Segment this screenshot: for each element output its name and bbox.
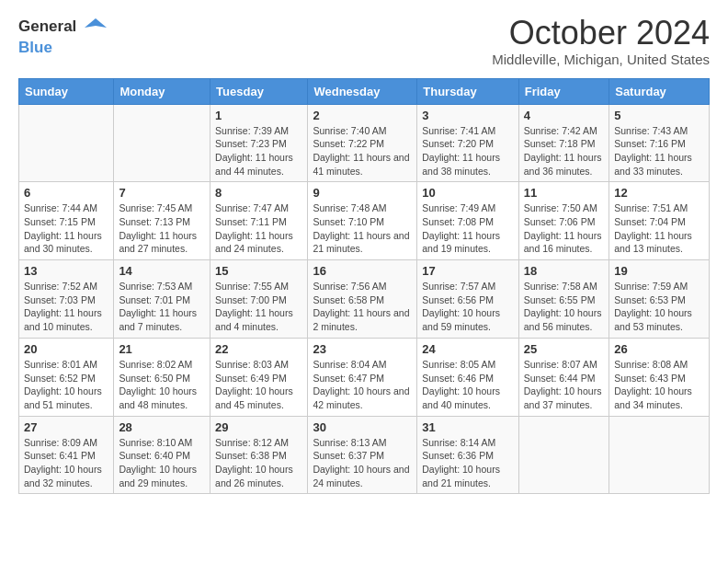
- calendar-cell: 22 Sunrise: 8:03 AMSunset: 6:49 PMDaylig…: [210, 338, 308, 416]
- day-info: Sunrise: 7:42 AMSunset: 7:18 PMDaylight:…: [524, 124, 604, 178]
- page: General Blue October 2024 Middleville, M…: [0, 0, 728, 512]
- column-header-tuesday: Tuesday: [210, 78, 308, 104]
- day-number: 13: [24, 264, 108, 278]
- day-number: 21: [119, 342, 205, 356]
- day-info: Sunrise: 8:09 AMSunset: 6:41 PMDaylight:…: [24, 436, 108, 490]
- day-info: Sunrise: 7:39 AMSunset: 7:23 PMDaylight:…: [215, 124, 302, 178]
- calendar-cell: 2 Sunrise: 7:40 AMSunset: 7:22 PMDayligh…: [308, 104, 417, 182]
- calendar-cell: 23 Sunrise: 8:04 AMSunset: 6:47 PMDaylig…: [308, 338, 417, 416]
- day-info: Sunrise: 7:50 AMSunset: 7:06 PMDaylight:…: [524, 201, 604, 256]
- day-info: Sunrise: 7:44 AMSunset: 7:15 PMDaylight:…: [24, 201, 108, 256]
- day-number: 4: [524, 109, 604, 122]
- header: General Blue October 2024 Middleville, M…: [18, 15, 710, 67]
- column-header-friday: Friday: [518, 78, 609, 104]
- day-number: 22: [215, 342, 302, 356]
- calendar-week-row: 1 Sunrise: 7:39 AMSunset: 7:23 PMDayligh…: [19, 104, 710, 182]
- day-number: 26: [614, 342, 704, 356]
- day-info: Sunrise: 8:05 AMSunset: 6:46 PMDaylight:…: [422, 358, 514, 412]
- day-number: 23: [313, 342, 412, 356]
- calendar-cell: 25 Sunrise: 8:07 AMSunset: 6:44 PMDaylig…: [518, 338, 609, 416]
- logo-text: General: [18, 15, 108, 40]
- day-number: 7: [119, 186, 205, 200]
- calendar-week-row: 27 Sunrise: 8:09 AMSunset: 6:41 PMDaylig…: [19, 416, 710, 494]
- calendar-cell: 13 Sunrise: 7:52 AMSunset: 7:03 PMDaylig…: [19, 260, 114, 339]
- day-number: 3: [422, 109, 514, 122]
- day-number: 10: [422, 186, 514, 200]
- calendar-cell: [609, 416, 710, 494]
- day-info: Sunrise: 8:10 AMSunset: 6:40 PMDaylight:…: [119, 436, 205, 490]
- calendar-week-row: 6 Sunrise: 7:44 AMSunset: 7:15 PMDayligh…: [19, 182, 710, 260]
- day-info: Sunrise: 8:08 AMSunset: 6:43 PMDaylight:…: [614, 358, 704, 412]
- calendar-cell: [19, 104, 114, 182]
- day-info: Sunrise: 7:41 AMSunset: 7:20 PMDaylight:…: [422, 124, 514, 178]
- calendar-subtitle: Middleville, Michigan, United States: [492, 52, 710, 67]
- day-number: 28: [119, 420, 205, 434]
- calendar-cell: 10 Sunrise: 7:49 AMSunset: 7:08 PMDaylig…: [417, 182, 519, 260]
- day-info: Sunrise: 7:56 AMSunset: 6:58 PMDaylight:…: [313, 280, 412, 334]
- calendar-cell: [114, 104, 210, 182]
- day-number: 11: [524, 186, 604, 200]
- calendar-cell: 15 Sunrise: 7:55 AMSunset: 7:00 PMDaylig…: [210, 260, 308, 339]
- svg-marker-0: [85, 18, 107, 28]
- calendar-cell: 29 Sunrise: 8:12 AMSunset: 6:38 PMDaylig…: [210, 416, 308, 494]
- day-number: 30: [313, 420, 412, 434]
- day-number: 14: [119, 264, 205, 278]
- day-info: Sunrise: 8:13 AMSunset: 6:37 PMDaylight:…: [313, 436, 412, 490]
- calendar-cell: 28 Sunrise: 8:10 AMSunset: 6:40 PMDaylig…: [114, 416, 210, 494]
- day-info: Sunrise: 8:14 AMSunset: 6:36 PMDaylight:…: [422, 436, 514, 490]
- title-block: October 2024 Middleville, Michigan, Unit…: [492, 15, 710, 67]
- calendar-cell: 21 Sunrise: 8:02 AMSunset: 6:50 PMDaylig…: [114, 338, 210, 416]
- calendar-cell: 16 Sunrise: 7:56 AMSunset: 6:58 PMDaylig…: [308, 260, 417, 339]
- calendar-cell: 8 Sunrise: 7:47 AMSunset: 7:11 PMDayligh…: [210, 182, 308, 260]
- day-number: 2: [313, 109, 412, 122]
- column-header-sunday: Sunday: [19, 78, 114, 104]
- day-info: Sunrise: 7:55 AMSunset: 7:00 PMDaylight:…: [215, 280, 302, 334]
- day-info: Sunrise: 8:01 AMSunset: 6:52 PMDaylight:…: [24, 358, 108, 412]
- calendar-cell: 19 Sunrise: 7:59 AMSunset: 6:53 PMDaylig…: [609, 260, 710, 339]
- day-info: Sunrise: 8:07 AMSunset: 6:44 PMDaylight:…: [524, 358, 604, 412]
- day-info: Sunrise: 7:48 AMSunset: 7:10 PMDaylight:…: [313, 201, 412, 256]
- day-info: Sunrise: 7:49 AMSunset: 7:08 PMDaylight:…: [422, 201, 514, 256]
- day-number: 27: [24, 420, 108, 434]
- day-info: Sunrise: 8:04 AMSunset: 6:47 PMDaylight:…: [313, 358, 412, 412]
- column-header-thursday: Thursday: [417, 78, 519, 104]
- day-number: 6: [24, 186, 108, 200]
- day-number: 1: [215, 109, 302, 122]
- day-info: Sunrise: 7:52 AMSunset: 7:03 PMDaylight:…: [24, 280, 108, 334]
- calendar-cell: 20 Sunrise: 8:01 AMSunset: 6:52 PMDaylig…: [19, 338, 114, 416]
- calendar-cell: 31 Sunrise: 8:14 AMSunset: 6:36 PMDaylig…: [417, 416, 519, 494]
- day-number: 25: [524, 342, 604, 356]
- day-info: Sunrise: 7:59 AMSunset: 6:53 PMDaylight:…: [614, 280, 704, 334]
- calendar-cell: 24 Sunrise: 8:05 AMSunset: 6:46 PMDaylig…: [417, 338, 519, 416]
- day-info: Sunrise: 8:12 AMSunset: 6:38 PMDaylight:…: [215, 436, 302, 490]
- calendar-cell: 3 Sunrise: 7:41 AMSunset: 7:20 PMDayligh…: [417, 104, 519, 182]
- calendar-header-row: SundayMondayTuesdayWednesdayThursdayFrid…: [19, 78, 710, 104]
- day-info: Sunrise: 7:58 AMSunset: 6:55 PMDaylight:…: [524, 280, 604, 334]
- day-info: Sunrise: 8:03 AMSunset: 6:49 PMDaylight:…: [215, 358, 302, 412]
- calendar-cell: [518, 416, 609, 494]
- calendar-cell: 6 Sunrise: 7:44 AMSunset: 7:15 PMDayligh…: [19, 182, 114, 260]
- day-info: Sunrise: 7:51 AMSunset: 7:04 PMDaylight:…: [614, 201, 704, 256]
- calendar-cell: 7 Sunrise: 7:45 AMSunset: 7:13 PMDayligh…: [114, 182, 210, 260]
- day-number: 19: [614, 264, 704, 278]
- logo-bird-icon: [83, 15, 108, 40]
- logo: General Blue: [18, 15, 108, 57]
- day-number: 29: [215, 420, 302, 434]
- calendar-cell: 5 Sunrise: 7:43 AMSunset: 7:16 PMDayligh…: [609, 104, 710, 182]
- calendar-cell: 26 Sunrise: 8:08 AMSunset: 6:43 PMDaylig…: [609, 338, 710, 416]
- calendar-cell: 11 Sunrise: 7:50 AMSunset: 7:06 PMDaylig…: [518, 182, 609, 260]
- calendar-table: SundayMondayTuesdayWednesdayThursdayFrid…: [18, 78, 710, 495]
- day-number: 9: [313, 186, 412, 200]
- column-header-wednesday: Wednesday: [308, 78, 417, 104]
- calendar-cell: 17 Sunrise: 7:57 AMSunset: 6:56 PMDaylig…: [417, 260, 519, 339]
- logo-blue: Blue: [18, 39, 108, 57]
- day-number: 24: [422, 342, 514, 356]
- calendar-title: October 2024: [492, 15, 710, 52]
- day-number: 5: [614, 109, 704, 122]
- day-info: Sunrise: 7:53 AMSunset: 7:01 PMDaylight:…: [119, 280, 205, 334]
- calendar-cell: 1 Sunrise: 7:39 AMSunset: 7:23 PMDayligh…: [210, 104, 308, 182]
- day-number: 20: [24, 342, 108, 356]
- column-header-monday: Monday: [114, 78, 210, 104]
- day-info: Sunrise: 8:02 AMSunset: 6:50 PMDaylight:…: [119, 358, 205, 412]
- day-number: 31: [422, 420, 514, 434]
